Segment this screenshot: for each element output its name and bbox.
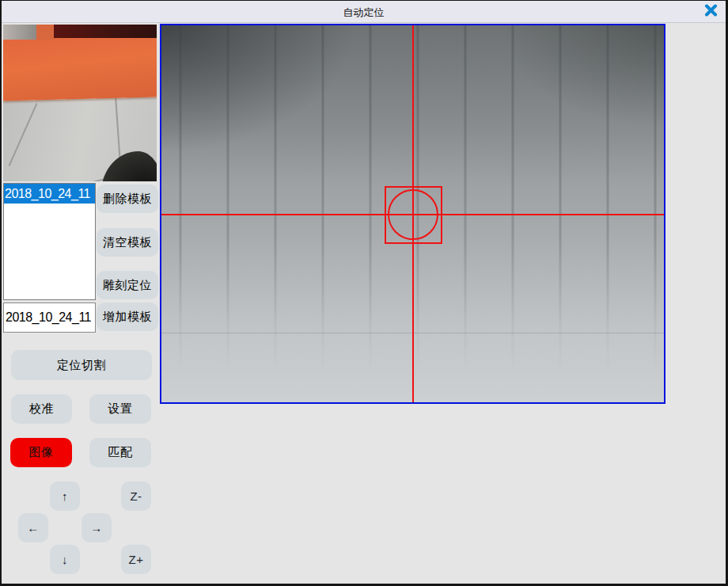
- calibrate-button[interactable]: 校准: [11, 394, 72, 424]
- thumbnail-dark-object: [101, 151, 157, 181]
- tile-grout-line: [9, 103, 38, 166]
- dialog-title: 自动定位: [2, 6, 726, 20]
- clear-templates-button[interactable]: 清空模板: [97, 228, 158, 257]
- jog-up-button[interactable]: ↑: [50, 481, 80, 511]
- close-icon: [704, 4, 718, 20]
- engrave-position-button[interactable]: 雕刻定位: [97, 271, 158, 299]
- thumbnail-orange-beam: [3, 32, 157, 101]
- close-button[interactable]: [702, 4, 719, 20]
- camera-view[interactable]: [160, 24, 665, 404]
- template-list[interactable]: 2018_10_24_11: [3, 183, 96, 300]
- image-button[interactable]: 图像: [10, 438, 72, 467]
- title-bar: 自动定位: [2, 1, 726, 23]
- delete-template-button[interactable]: 删除模板: [97, 185, 158, 213]
- position-cut-button[interactable]: 定位切割: [11, 350, 152, 380]
- jog-right-button[interactable]: →: [82, 513, 112, 542]
- thumbnail-dark-band: [54, 25, 157, 38]
- jog-z-plus-button[interactable]: Z+: [121, 545, 151, 574]
- jog-down-button[interactable]: ↓: [50, 545, 80, 574]
- template-thumbnail-image: [3, 25, 157, 181]
- jog-left-button[interactable]: ←: [18, 513, 48, 542]
- thumbnail-gray-block: [3, 25, 36, 40]
- add-template-button[interactable]: 增加模板: [97, 303, 158, 331]
- match-button[interactable]: 匹配: [89, 438, 151, 467]
- jog-z-minus-button[interactable]: Z-: [121, 481, 151, 511]
- settings-button[interactable]: 设置: [89, 394, 151, 424]
- thumbnail-orange-chip: [36, 25, 55, 40]
- template-list-item[interactable]: 2018_10_24_11: [4, 184, 95, 204]
- template-name-input[interactable]: [3, 303, 96, 333]
- roi-circle: [388, 189, 438, 240]
- auto-positioning-dialog: 自动定位 2018_10_24_11 删除模板 清空模板 雕刻定位 增加模板 定…: [0, 0, 728, 586]
